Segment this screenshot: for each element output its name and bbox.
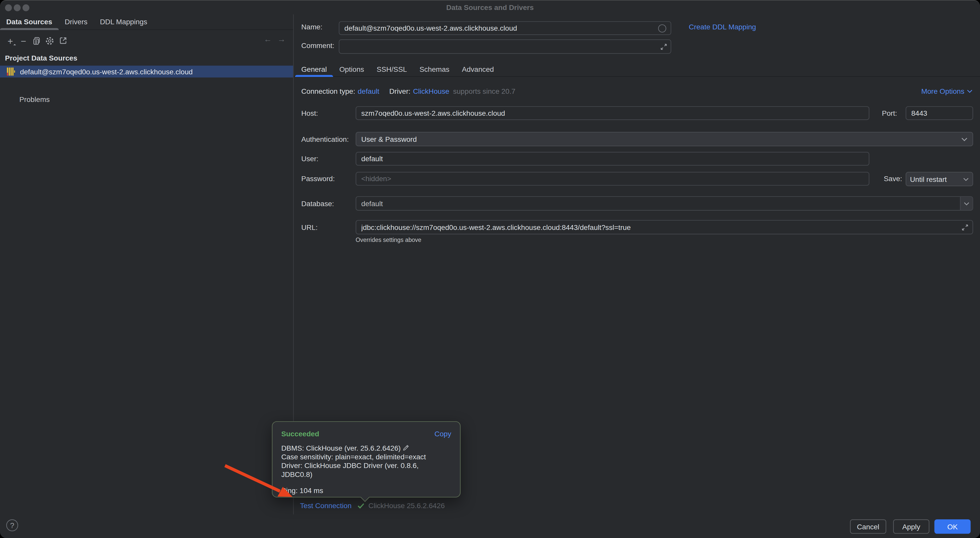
- user-label: User:: [301, 155, 318, 162]
- database-combobox[interactable]: default: [356, 196, 973, 210]
- success-check-icon: [358, 503, 365, 508]
- add-icon[interactable]: +: [4, 35, 17, 47]
- connection-meta-row: Connection type: default Driver: ClickHo…: [301, 86, 515, 96]
- save-select[interactable]: Until restart: [906, 172, 973, 186]
- popup-status: Succeeded: [281, 430, 319, 437]
- forward-icon[interactable]: →: [277, 35, 286, 44]
- cancel-button[interactable]: Cancel: [850, 519, 886, 534]
- test-result-text: ClickHouse 25.6.2.6426: [368, 502, 445, 509]
- port-label: Port:: [882, 109, 897, 117]
- tab-ssh-ssl[interactable]: SSH/SSL: [371, 62, 414, 76]
- popup-ping: Ping: 104 ms: [281, 487, 451, 494]
- history-nav: ← →: [264, 35, 286, 44]
- tab-advanced[interactable]: Advanced: [456, 62, 500, 76]
- password-input[interactable]: [356, 172, 869, 186]
- left-panel-toolbar: + −: [0, 35, 293, 47]
- more-options-link[interactable]: More Options: [921, 86, 973, 96]
- edit-pencil-icon[interactable]: [402, 444, 409, 451]
- name-label: Name:: [301, 23, 322, 31]
- url-input[interactable]: [356, 220, 973, 234]
- ok-button[interactable]: OK: [934, 519, 970, 534]
- save-label: Save:: [884, 175, 902, 182]
- data-sources-dialog: Data Sources and Drivers Data Sources Dr…: [0, 0, 980, 538]
- chevron-down-icon: [964, 202, 969, 205]
- more-options-label: More Options: [921, 88, 964, 95]
- left-panel: Data Sources Drivers DDL Mappings + −: [0, 14, 294, 514]
- save-value: Until restart: [910, 175, 963, 183]
- chevron-down-icon: [967, 89, 973, 93]
- screen: Data Sources and Drivers Data Sources Dr…: [0, 0, 980, 538]
- tab-ddl-mappings[interactable]: DDL Mappings: [94, 14, 154, 29]
- test-connection-link[interactable]: Test Connection: [300, 502, 352, 509]
- authentication-value: User & Password: [361, 135, 961, 143]
- comment-input[interactable]: [339, 39, 671, 54]
- remove-glyph: −: [21, 36, 26, 46]
- remove-icon[interactable]: −: [17, 35, 30, 47]
- driver-hint: supports since 20.7: [453, 88, 515, 95]
- annotation-arrow: [219, 460, 303, 507]
- driver-label: Driver:: [389, 88, 410, 95]
- duplicate-icon[interactable]: [30, 35, 43, 47]
- clickhouse-icon: [7, 67, 15, 76]
- database-dropdown-button[interactable]: [960, 197, 973, 210]
- test-connection-row: Test Connection ClickHouse 25.6.2.6426: [300, 501, 445, 511]
- popup-line-dbms: DBMS: ClickHouse (ver. 25.6.2.6426): [281, 444, 451, 452]
- database-value: default: [356, 197, 960, 210]
- port-input[interactable]: [906, 106, 973, 120]
- authentication-select[interactable]: User & Password: [356, 132, 973, 146]
- dialog-footer: ? Cancel Apply OK: [0, 514, 980, 538]
- tab-schemas[interactable]: Schemas: [413, 62, 455, 76]
- form-tabs: General Options SSH/SSL Schemas Advanced: [294, 62, 980, 77]
- problems-node[interactable]: Problems: [0, 96, 293, 103]
- authentication-label: Authentication:: [301, 136, 349, 143]
- copy-link[interactable]: Copy: [434, 430, 452, 437]
- name-input[interactable]: [339, 21, 671, 35]
- data-source-list-item[interactable]: default@szm7oqed0o.us-west-2.aws.clickho…: [0, 66, 293, 77]
- add-glyph: +: [8, 36, 13, 46]
- expand-icon[interactable]: [660, 43, 667, 51]
- create-ddl-mapping-link[interactable]: Create DDL Mapping: [689, 23, 756, 31]
- open-in-new-window-icon[interactable]: [56, 35, 69, 47]
- left-panel-tabs: Data Sources Drivers DDL Mappings: [0, 14, 293, 30]
- apply-button[interactable]: Apply: [893, 519, 929, 534]
- tab-general[interactable]: General: [295, 62, 333, 76]
- host-label: Host:: [301, 109, 318, 117]
- window-title: Data Sources and Drivers: [0, 4, 980, 11]
- database-label: Database:: [301, 200, 334, 207]
- help-icon[interactable]: ?: [6, 519, 18, 531]
- tab-options[interactable]: Options: [333, 62, 371, 76]
- color-indicator-icon[interactable]: [658, 24, 666, 32]
- titlebar: Data Sources and Drivers: [0, 0, 980, 14]
- data-source-label: default@szm7oqed0o.us-west-2.aws.clickho…: [20, 68, 192, 75]
- tab-data-sources[interactable]: Data Sources: [0, 14, 59, 29]
- chevron-down-icon: [961, 137, 967, 141]
- comment-label: Comment:: [301, 42, 334, 49]
- gear-icon[interactable]: [43, 35, 56, 47]
- user-input[interactable]: [356, 152, 869, 166]
- popup-line-case: Case sensitivity: plain=exact, delimited…: [281, 452, 451, 461]
- host-input[interactable]: [356, 106, 869, 120]
- back-icon[interactable]: ←: [264, 35, 272, 44]
- connection-type-label: Connection type:: [301, 88, 355, 95]
- driver-link[interactable]: ClickHouse: [413, 88, 449, 95]
- url-label: URL:: [301, 224, 318, 231]
- chevron-down-icon: [963, 177, 969, 181]
- password-label: Password:: [301, 175, 335, 182]
- add-dropdown-caret-icon: [13, 44, 16, 46]
- dbms-text: DBMS: ClickHouse (ver. 25.6.2.6426): [281, 444, 401, 452]
- project-data-sources-header: Project Data Sources: [0, 54, 293, 62]
- connection-type-link[interactable]: default: [358, 88, 379, 95]
- url-hint: Overrides settings above: [356, 236, 421, 243]
- popup-line-driver: Driver: ClickHouse JDBC Driver (ver. 0.8…: [281, 461, 451, 479]
- expand-icon[interactable]: [961, 224, 969, 231]
- tab-drivers[interactable]: Drivers: [59, 14, 94, 29]
